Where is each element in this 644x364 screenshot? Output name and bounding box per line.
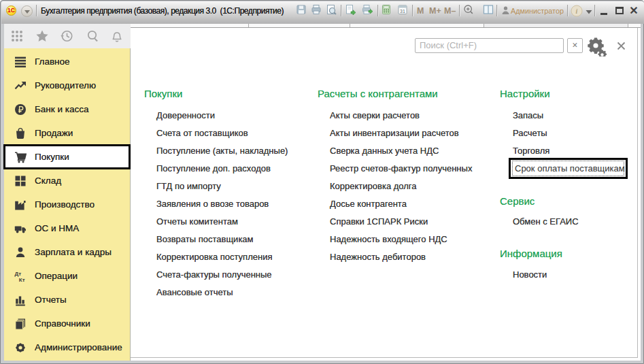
svg-text:i: i xyxy=(576,7,578,15)
svg-text:31: 31 xyxy=(400,9,405,14)
svg-text:Кт: Кт xyxy=(19,277,25,282)
svg-text:Дт: Дт xyxy=(15,270,22,276)
